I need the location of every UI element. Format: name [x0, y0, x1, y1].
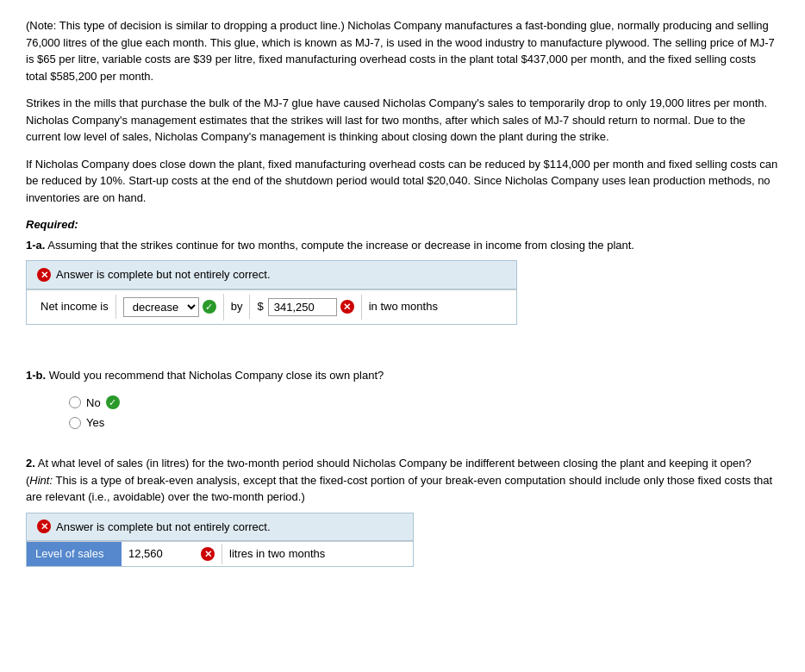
radio-group-1b: No ✓ Yes — [69, 395, 779, 432]
in-two-months-cell: in two months — [362, 295, 445, 319]
q2-hint-label: Hint: — [29, 474, 53, 487]
error-icon-los: ✕ — [201, 547, 215, 561]
los-input-cell[interactable]: ✕ — [122, 544, 222, 564]
q1a-number: 1-a. — [26, 239, 45, 252]
error-icon-amount: ✕ — [340, 300, 354, 314]
error-icon-2: ✕ — [37, 520, 51, 533]
check-icon-no: ✓ — [106, 395, 120, 409]
q1a-label: 1-a. Assuming that the strikes continue … — [26, 237, 779, 254]
error-icon-1a: ✕ — [37, 268, 51, 282]
net-income-label: Net income is — [41, 298, 109, 315]
q2-hint-text: This is a type of break-even analysis, e… — [26, 474, 772, 504]
q2-label: 2. At what level of sales (in litres) fo… — [26, 455, 779, 506]
answer-row-1a: Net income is decrease increase ✓ by $ ✕… — [27, 289, 516, 324]
check-icon-decrease: ✓ — [203, 300, 216, 314]
answer-header-1a: ✕ Answer is complete but not entirely co… — [27, 261, 516, 289]
q1b-label: 1-b. Would you recommend that Nicholas C… — [26, 367, 779, 384]
paragraph-1: (Note: This type of decision is similar … — [26, 17, 779, 84]
radio-yes-item[interactable]: Yes — [69, 414, 779, 432]
answer-header-text-1a: Answer is complete but not entirely corr… — [56, 266, 271, 283]
los-suffix: litres in two months — [222, 542, 332, 566]
answer-box-2: ✕ Answer is complete but not entirely co… — [26, 513, 414, 567]
radio-no-item[interactable]: No ✓ — [69, 395, 779, 412]
radio-no-circle[interactable] — [69, 396, 81, 408]
net-income-label-cell: Net income is — [34, 295, 116, 319]
answer-header-2: ✕ Answer is complete but not entirely co… — [27, 513, 413, 542]
decrease-dropdown[interactable]: decrease increase — [123, 297, 199, 317]
answer-box-1a: ✕ Answer is complete but not entirely co… — [26, 260, 517, 325]
dollar-sign: $ — [257, 298, 263, 315]
by-label: by — [231, 298, 243, 315]
answer-header-text-2: Answer is complete but not entirely corr… — [56, 519, 271, 536]
los-row: Level of sales ✕ litres in two months — [27, 541, 413, 566]
q1a-text: Assuming that the strikes continue for t… — [45, 239, 634, 252]
q1b-text: Would you recommend that Nicholas Compan… — [46, 369, 384, 382]
amount-cell[interactable]: $ ✕ — [250, 295, 361, 320]
required-label: Required: — [26, 216, 779, 233]
paragraph-2: Strikes in the mills that purchase the b… — [26, 95, 779, 146]
q2-number: 2. — [26, 457, 35, 470]
q1b-number: 1-b. — [26, 369, 46, 382]
radio-yes-circle[interactable] — [69, 417, 81, 429]
radio-no-label: No — [86, 395, 101, 412]
los-input[interactable] — [128, 547, 197, 560]
amount-input[interactable] — [268, 298, 337, 316]
decrease-dropdown-cell[interactable]: decrease increase ✓ — [116, 294, 224, 320]
radio-yes-label: Yes — [86, 414, 104, 432]
los-label: Level of sales — [27, 542, 122, 566]
by-label-cell: by — [224, 295, 251, 319]
in-two-months-label: in two months — [369, 298, 438, 315]
paragraph-3: If Nicholas Company does close down the … — [26, 156, 779, 207]
